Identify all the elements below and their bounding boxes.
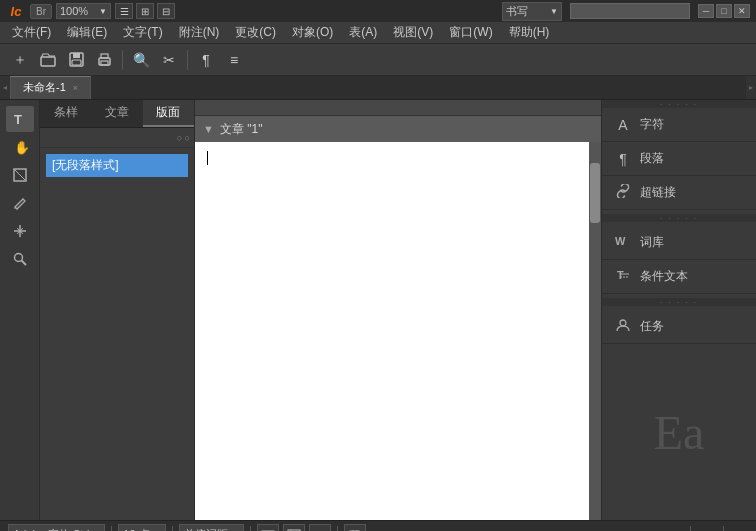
text-cursor xyxy=(207,151,208,165)
paragraph-button[interactable]: ¶ xyxy=(194,48,218,72)
save-button[interactable] xyxy=(64,48,88,72)
hand-tool[interactable]: ✋ xyxy=(6,134,34,160)
toolbar: ＋ 🔍 ✂ ¶ ≡ xyxy=(0,44,756,76)
status-icon-3[interactable] xyxy=(309,524,331,532)
print-button[interactable] xyxy=(92,48,116,72)
right-panel-grip-2: · · · · · xyxy=(602,214,756,222)
status-icon-2[interactable] xyxy=(283,524,305,532)
minimize-button[interactable]: ─ xyxy=(698,4,714,18)
character-icon: A xyxy=(614,117,632,133)
zoom-tool[interactable] xyxy=(6,246,34,272)
chapter-header: ▼ 文章 "1" xyxy=(195,116,601,142)
wordbank-icon: W xyxy=(614,234,632,251)
main-area: T ✋ 条样 文章 版面 ○ ○ [无段落样式] xyxy=(0,100,756,520)
status-bar: Adobe 宋体 Std ▼ 12 点 ▼ 单倍词距 ▼ F: 0 H: 0 T… xyxy=(0,520,756,531)
document-tab[interactable]: 未命名-1 × xyxy=(10,76,91,99)
new-button[interactable]: ＋ xyxy=(8,48,32,72)
menu-edit[interactable]: 编辑(E) xyxy=(59,22,115,43)
grip-dots-3: · · · · · xyxy=(660,298,698,307)
menu-notes[interactable]: 附注(N) xyxy=(171,22,228,43)
menu-table[interactable]: 表(A) xyxy=(341,22,385,43)
zoom-selector[interactable]: 100% ▼ xyxy=(56,3,111,19)
menu-view[interactable]: 视图(V) xyxy=(385,22,441,43)
view-mode-icons: ☰ ⊞ ⊟ xyxy=(115,3,175,19)
task-label: 任务 xyxy=(640,318,664,335)
svg-rect-2 xyxy=(73,53,80,58)
svg-text:T: T xyxy=(14,112,22,127)
tab-banmian[interactable]: 版面 xyxy=(143,100,194,127)
view-mode-1[interactable]: ☰ xyxy=(115,3,133,19)
ea-text: Ea xyxy=(654,405,705,460)
menu-text[interactable]: 文字(T) xyxy=(115,22,170,43)
font-family-selector[interactable]: Adobe 宋体 Std ▼ xyxy=(8,524,105,531)
right-item-hyperlink[interactable]: 超链接 xyxy=(602,176,756,210)
document-page[interactable] xyxy=(195,142,589,520)
status-sep-1 xyxy=(111,526,112,532)
svg-text:T: T xyxy=(617,269,624,281)
tab-close-icon[interactable]: × xyxy=(73,83,78,93)
style-panel-toolbar: ○ ○ xyxy=(40,128,194,148)
svg-text:✋: ✋ xyxy=(14,139,28,155)
view-mode-3[interactable]: ⊟ xyxy=(157,3,175,19)
search-button[interactable]: 🔍 xyxy=(129,48,153,72)
status-icon-1[interactable] xyxy=(257,524,279,532)
title-bar: Ic Br 100% ▼ ☰ ⊞ ⊟ 书写 ▼ ─ □ ✕ xyxy=(0,0,756,22)
svg-point-17 xyxy=(620,320,626,326)
menu-file[interactable]: 文件(F) xyxy=(4,22,59,43)
menu-bar: 文件(F) 编辑(E) 文字(T) 附注(N) 更改(C) 对象(O) 表(A)… xyxy=(0,22,756,44)
svg-rect-0 xyxy=(41,57,55,66)
window-controls: ─ □ ✕ xyxy=(698,4,750,18)
menu-window[interactable]: 窗口(W) xyxy=(441,22,500,43)
style-panel-content: [无段落样式] xyxy=(40,148,194,520)
open-button[interactable] xyxy=(36,48,60,72)
toolbar-separator-2 xyxy=(187,50,188,70)
pan-tool[interactable] xyxy=(6,218,34,244)
status-icon-4[interactable] xyxy=(344,524,366,532)
right-item-conditional[interactable]: T 条件文本 xyxy=(602,260,756,294)
menu-changes[interactable]: 更改(C) xyxy=(227,22,284,43)
bridge-button[interactable]: Br xyxy=(30,4,52,19)
svg-rect-3 xyxy=(72,60,81,65)
view-mode-2[interactable]: ⊞ xyxy=(136,3,154,19)
line-spacing-selector[interactable]: 单倍词距 ▼ xyxy=(179,524,244,531)
font-size-value: 12 点 xyxy=(123,527,149,531)
status-sep-3 xyxy=(250,526,251,532)
paragraph-icon: ¶ xyxy=(614,151,632,167)
paragraph-label: 段落 xyxy=(640,150,664,167)
right-item-wordbank[interactable]: W 词库 xyxy=(602,226,756,260)
menu-button[interactable]: ≡ xyxy=(222,48,246,72)
status-sep-4 xyxy=(337,526,338,532)
menu-help[interactable]: 帮助(H) xyxy=(501,22,558,43)
tab-tiaoxiang[interactable]: 条样 xyxy=(40,100,91,127)
document-container xyxy=(195,142,601,520)
right-item-character[interactable]: A 字符 xyxy=(602,108,756,142)
right-item-task[interactable]: 任务 xyxy=(602,310,756,344)
app-mode-selector[interactable]: 书写 ▼ xyxy=(502,2,562,21)
maximize-button[interactable]: □ xyxy=(716,4,732,18)
left-collapse[interactable]: ◂ xyxy=(0,76,10,99)
scrollbar-thumb[interactable] xyxy=(590,163,600,223)
hyperlink-icon xyxy=(614,184,632,201)
tab-wenzhang[interactable]: 文章 xyxy=(91,100,142,127)
search-input[interactable] xyxy=(570,3,690,19)
cut-button[interactable]: ✂ xyxy=(157,48,181,72)
scrollbar-vertical[interactable] xyxy=(589,142,601,520)
right-item-paragraph[interactable]: ¶ 段落 xyxy=(602,142,756,176)
right-collapse[interactable]: ▸ xyxy=(746,76,756,99)
frame-tool[interactable] xyxy=(6,162,34,188)
editor-area: ▼ 文章 "1" xyxy=(195,100,601,520)
left-tools-panel: T ✋ xyxy=(0,100,40,520)
pencil-tool[interactable] xyxy=(6,190,34,216)
close-button[interactable]: ✕ xyxy=(734,4,750,18)
chapter-collapse-icon[interactable]: ▼ xyxy=(203,123,214,135)
menu-object[interactable]: 对象(O) xyxy=(284,22,341,43)
style-item-no-paragraph[interactable]: [无段落样式] xyxy=(46,154,188,177)
status-sep-6 xyxy=(723,526,724,532)
svg-text:W: W xyxy=(615,235,626,247)
svg-line-12 xyxy=(21,261,26,266)
svg-rect-6 xyxy=(101,61,108,65)
title-bar-right: 书写 ▼ ─ □ ✕ xyxy=(502,2,750,21)
font-size-selector[interactable]: 12 点 ▼ xyxy=(118,524,165,531)
text-tool[interactable]: T xyxy=(6,106,34,132)
document-content[interactable] xyxy=(195,142,589,173)
